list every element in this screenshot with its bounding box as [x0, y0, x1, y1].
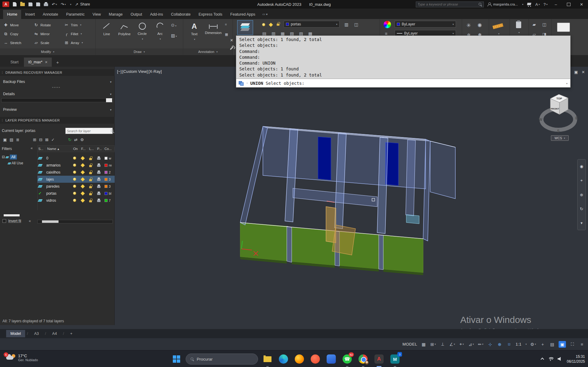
command-history[interactable]: Select objects: 1 found, 2 total Select …	[236, 36, 571, 79]
navbar-more-icon[interactable]: ▾	[581, 221, 583, 225]
layer-color-swatch[interactable]	[104, 185, 108, 188]
new-group-filter-icon[interactable]: ▤	[9, 137, 13, 142]
layer-color-swatch[interactable]	[104, 164, 108, 167]
autodesk-a-icon[interactable]: A▾	[535, 2, 540, 7]
model-space-indicator[interactable]: MODEL	[402, 342, 417, 346]
layer-lock-icon[interactable]	[89, 172, 92, 174]
qat-customize-icon[interactable]: ▾	[70, 3, 71, 6]
layer-freeze-icon[interactable]	[81, 192, 84, 195]
preview-section[interactable]: Preview▾	[0, 106, 115, 114]
tree-item-all[interactable]: ⊟ All	[0, 155, 37, 159]
ribbon-tab-parametric[interactable]: Parametric	[62, 10, 89, 19]
viewcube-south-label[interactable]: S	[557, 129, 560, 133]
ungroup-icon[interactable]: ✺	[477, 22, 482, 29]
store-button[interactable]	[325, 353, 338, 365]
viewcube-west-label[interactable]: W	[539, 118, 542, 122]
layer-on-icon[interactable]	[73, 185, 76, 188]
maximize-button[interactable]	[564, 0, 573, 8]
ribbon-tab-home[interactable]: Home	[3, 10, 21, 19]
layer-states-icon[interactable]: ≣	[16, 137, 20, 142]
color-wheel-icon[interactable]	[384, 21, 391, 28]
layer-lock-icon[interactable]	[89, 165, 92, 167]
layer-color-swatch[interactable]	[104, 178, 108, 181]
quick-properties-icon[interactable]: ▤	[549, 341, 555, 348]
trim-button[interactable]: ✂Trim▾	[63, 21, 93, 29]
viewcube-east-label[interactable]: E	[575, 116, 578, 120]
ribbon-tab-express-tools[interactable]: Express Tools	[195, 10, 226, 19]
section-grip-icon[interactable]: •••••	[52, 86, 61, 89]
help-icon[interactable]: ?▾	[544, 2, 548, 7]
clean-screen-icon[interactable]: ⛶	[569, 341, 575, 348]
autocad-button[interactable]: A	[373, 353, 385, 365]
share-button[interactable]: Share	[80, 2, 90, 6]
layer-row-lajes[interactable]: lajes 3	[37, 176, 115, 183]
layer-freeze-icon[interactable]	[81, 185, 84, 188]
layer-color-swatch[interactable]	[104, 157, 108, 160]
layer-on-icon[interactable]	[73, 171, 76, 174]
share-icon[interactable]: ↗	[75, 2, 78, 7]
viewport-view-control[interactable]: [Custom View]	[122, 69, 148, 74]
col-name[interactable]: Name ▴	[45, 147, 72, 151]
start-button[interactable]	[173, 355, 180, 363]
layer-plot-icon[interactable]	[97, 158, 101, 160]
grid-icon[interactable]: ▦	[421, 341, 427, 348]
group-icon[interactable]: ✳	[466, 22, 471, 29]
filters-collapse-icon[interactable]: «	[31, 146, 33, 150]
layer-hscrollbar[interactable]	[37, 220, 113, 223]
measure-icon[interactable]	[492, 23, 503, 29]
layer-freeze-ribbon-icon[interactable]	[269, 23, 272, 26]
stretch-button[interactable]: ↔Stretch	[2, 38, 33, 47]
text-button[interactable]: AText▾	[186, 21, 203, 48]
command-close-icon[interactable]: ✕	[230, 38, 233, 43]
panel-label-annotation[interactable]: Annotation▾	[183, 48, 233, 55]
polyline-button[interactable]: Polyline	[116, 21, 133, 48]
paste-icon[interactable]	[516, 21, 521, 28]
layer-hscrollbar-thumb[interactable]	[42, 220, 59, 223]
arc-button[interactable]: Arc▾	[151, 21, 169, 48]
save-icon[interactable]	[28, 2, 32, 6]
browser-button[interactable]	[309, 353, 322, 365]
steering-wheel-icon[interactable]: ◉	[580, 164, 583, 169]
layer-lock-icon[interactable]	[89, 193, 92, 195]
ribbon-tab-manage[interactable]: Manage	[105, 10, 127, 19]
layer-on-icon[interactable]	[73, 199, 76, 202]
ribbon-tab-addins[interactable]: Add-ins	[146, 10, 167, 19]
delete-layer-icon[interactable]: ⊠	[45, 137, 48, 142]
dynamic-input-icon[interactable]: ✏▾	[478, 341, 484, 348]
set-current-layer-icon[interactable]: ✓	[51, 137, 55, 142]
base-view-icon[interactable]	[557, 23, 570, 32]
hatch-icon[interactable]: ▨▾	[171, 33, 177, 38]
col-on[interactable]: On	[72, 147, 80, 151]
leader-icon[interactable]: ⌗	[225, 23, 227, 27]
panel-label-modify[interactable]: Modify▾	[0, 48, 95, 55]
layer-properties-header[interactable]: ⁞LAYER PROPERTIES MANAGER	[0, 117, 115, 124]
layer-row-caixilhos[interactable]: caixilhos 2	[37, 169, 115, 176]
layer-combo-chevron-icon[interactable]: ▾	[336, 23, 337, 26]
ellipse-icon[interactable]: ⊙▾	[171, 23, 176, 28]
tab-a4[interactable]: A4	[48, 330, 61, 337]
ortho-icon[interactable]: ⟂	[440, 341, 446, 348]
layer-plot-icon[interactable]	[97, 172, 101, 174]
3d-osnap-icon[interactable]: ⊕	[497, 341, 503, 348]
table-icon[interactable]: ▦	[225, 32, 228, 36]
pan-icon[interactable]: ⌖	[580, 178, 582, 183]
file-explorer-button[interactable]	[261, 353, 274, 365]
ribbon-tab-insert[interactable]: Insert	[21, 10, 39, 19]
viewport-close-icon[interactable]: ✕	[582, 70, 585, 74]
graphics-performance-icon[interactable]: ▣	[559, 341, 566, 348]
selection-cycling-icon[interactable]: ⊹	[487, 341, 493, 348]
help-search-input[interactable]	[418, 2, 478, 6]
new-file-icon[interactable]	[13, 2, 17, 6]
ribbon-tab-collaborate[interactable]: Collaborate	[167, 10, 195, 19]
layer-freeze-icon[interactable]	[81, 199, 84, 202]
weather-widget[interactable]: 5 17°C Ger. Nublado	[5, 353, 38, 362]
tab-a3[interactable]: A3	[30, 330, 43, 337]
minimize-button[interactable]: –	[551, 0, 560, 8]
layer-color-swatch[interactable]	[104, 192, 108, 195]
col-plot[interactable]: P...	[96, 147, 104, 151]
help-search-field[interactable]	[416, 2, 484, 7]
layer-combo[interactable]: portas ▾	[284, 21, 340, 28]
col-lock[interactable]: L...	[88, 147, 96, 151]
layer-lock-icon[interactable]	[89, 179, 92, 181]
tab-model[interactable]: Model	[6, 330, 25, 337]
